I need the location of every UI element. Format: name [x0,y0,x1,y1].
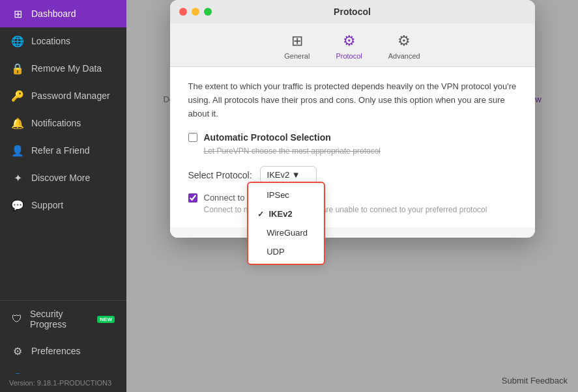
dropdown-item-ikev2[interactable]: ✓ IKEv2 [248,204,324,223]
refer-icon: 👤 [12,145,23,156]
support-icon: 💬 [12,199,23,211]
remove-data-icon: 🔒 [12,63,23,74]
sidebar-item-security-progress[interactable]: 🛡 Security Progress NEW [0,301,126,337]
dashboard-icon: ⊞ [12,8,23,20]
discover-icon: ✦ [12,172,23,184]
auto-protocol-label: Automatic Protocol Selection [204,132,331,143]
modal-title: Protocol [334,7,371,17]
toolbar-advanced[interactable]: ⚙ Advanced [388,33,420,60]
connect-fallback-label: Connect to f [204,193,250,203]
modal-footer [170,227,535,238]
sidebar-item-remove-my-data[interactable]: 🔒 Remove My Data [0,55,126,82]
dropdown-item-udp[interactable]: UDP [248,242,324,261]
select-protocol-row: Select Protocol: IKEv2 ▼ IPSec ✓ IKEv2 [188,166,517,184]
modal-toolbar: ⊞ General ⚙ Protocol ⚙ Advanced [170,23,535,67]
preferences-icon: ⚙ [12,345,23,357]
minimize-button[interactable] [192,8,199,16]
modal-body: The extent to which your traffic is prot… [170,67,535,227]
dropdown-item-ipsec[interactable]: IPSec [248,186,324,204]
protocol-select[interactable]: IKEv2 ▼ [260,166,317,184]
sidebar-item-notifications[interactable]: 🔔 Notifications [0,109,126,137]
toolbar-general[interactable]: ⊞ General [284,33,310,60]
password-icon: 🔑 [12,90,23,102]
protocol-description: The extent to which your traffic is prot… [188,80,517,120]
connect-fallback-row: Connect to f [188,193,517,203]
auto-protocol-hint: Let PureVPN choose the most appropriate … [204,147,517,156]
connect-fallback-checkbox[interactable] [188,193,197,203]
protocol-modal: Protocol ⊞ General ⚙ Protocol ⚙ Advanced [170,0,535,238]
traffic-lights [179,8,212,16]
version-bar: Version: 9.18.1-PRODUCTION3 [0,374,126,392]
notifications-icon: 🔔 [12,117,23,129]
general-icon: ⊞ [291,33,303,49]
protocol-dropdown: IPSec ✓ IKEv2 WireGuard UDP [247,182,325,265]
auto-protocol-checkbox[interactable] [188,133,197,142]
dropdown-item-wireguard[interactable]: WireGuard [248,223,324,242]
fullscreen-button[interactable] [204,8,212,16]
advanced-icon: ⚙ [397,33,411,49]
modal-titlebar: Protocol [170,0,535,23]
protocol-icon: ⚙ [343,33,356,49]
sidebar-item-refer-a-friend[interactable]: 👤 Refer a Friend [0,137,126,164]
auto-protocol-row: Automatic Protocol Selection [188,132,517,143]
sidebar-item-password-manager[interactable]: 🔑 Password Manager [0,82,126,109]
sidebar-item-support[interactable]: 💬 Support [0,191,126,219]
new-badge: NEW [97,316,115,323]
sidebar-item-locations[interactable]: 🌐 Locations [0,27,126,55]
select-protocol-label: Select Protocol: [188,170,252,180]
close-button[interactable] [179,8,187,16]
sidebar-item-discover-more[interactable]: ✦ Discover More [0,164,126,191]
security-icon: 🛡 [12,313,22,325]
sidebar-item-preferences[interactable]: ⚙ Preferences [0,337,126,365]
locations-icon: 🌐 [12,35,23,47]
sidebar: ⊞ Dashboard 🌐 Locations 🔒 Remove My Data… [0,0,126,392]
modal-overlay: Protocol ⊞ General ⚙ Protocol ⚙ Advanced [126,0,578,392]
toolbar-protocol[interactable]: ⚙ Protocol [336,33,362,60]
sidebar-item-dashboard[interactable]: ⊞ Dashboard [0,0,126,27]
main-content: Not Connected Don't let data brokers use… [126,0,578,392]
